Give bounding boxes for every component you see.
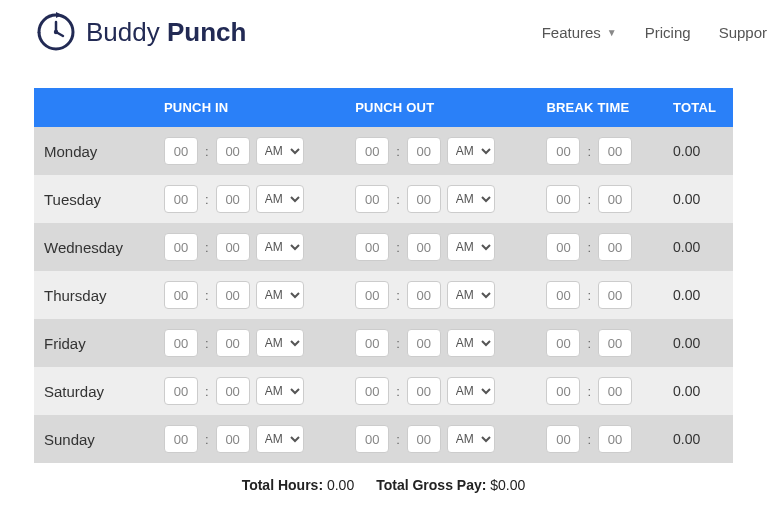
colon-icon: : (586, 432, 592, 447)
punch-in-ampm[interactable]: AM (256, 137, 304, 165)
punch-out-ampm[interactable]: AM (447, 425, 495, 453)
punch-in-minute[interactable] (216, 185, 250, 213)
punch-in-hour[interactable] (164, 329, 198, 357)
punch-in-minute[interactable] (216, 137, 250, 165)
punch-in-hour[interactable] (164, 281, 198, 309)
punch-out-ampm[interactable]: AM (447, 233, 495, 261)
timecard-table: PUNCH IN PUNCH OUT BREAK TIME TOTAL Mond… (34, 88, 733, 463)
colon-icon: : (395, 240, 401, 255)
colon-icon: : (204, 192, 210, 207)
punch-out-minute[interactable] (407, 281, 441, 309)
colon-icon: : (586, 336, 592, 351)
nav-pricing-label: Pricing (645, 24, 691, 41)
colon-icon: : (204, 288, 210, 303)
punch-out-ampm[interactable]: AM (447, 281, 495, 309)
punch-out-minute[interactable] (407, 377, 441, 405)
punch-in-hour[interactable] (164, 137, 198, 165)
colon-icon: : (395, 432, 401, 447)
punch-out-minute[interactable] (407, 137, 441, 165)
row-total: 0.00 (663, 415, 733, 463)
colon-icon: : (586, 384, 592, 399)
day-label: Tuesday (34, 175, 154, 223)
break-minute[interactable] (598, 377, 632, 405)
clock-icon (34, 10, 78, 54)
punch-in-hour[interactable] (164, 233, 198, 261)
nav-pricing[interactable]: Pricing (645, 24, 691, 41)
nav-support[interactable]: Suppor (719, 24, 767, 41)
col-day (34, 88, 154, 127)
colon-icon: : (586, 192, 592, 207)
col-punch-in: PUNCH IN (154, 88, 345, 127)
colon-icon: : (395, 336, 401, 351)
colon-icon: : (204, 144, 210, 159)
nav-features-label: Features (542, 24, 601, 41)
table-row: Friday : AM : AM : 0.00 (34, 319, 733, 367)
break-hour[interactable] (546, 329, 580, 357)
row-total: 0.00 (663, 223, 733, 271)
punch-in-ampm[interactable]: AM (256, 425, 304, 453)
punch-out-minute[interactable] (407, 185, 441, 213)
colon-icon: : (586, 240, 592, 255)
day-label: Friday (34, 319, 154, 367)
punch-in-hour[interactable] (164, 425, 198, 453)
punch-in-minute[interactable] (216, 329, 250, 357)
punch-out-ampm[interactable]: AM (447, 137, 495, 165)
punch-in-minute[interactable] (216, 425, 250, 453)
break-hour[interactable] (546, 185, 580, 213)
punch-in-hour[interactable] (164, 185, 198, 213)
break-hour[interactable] (546, 137, 580, 165)
punch-out-hour[interactable] (355, 185, 389, 213)
punch-out-hour[interactable] (355, 377, 389, 405)
col-punch-out: PUNCH OUT (345, 88, 536, 127)
colon-icon: : (395, 384, 401, 399)
punch-out-hour[interactable] (355, 281, 389, 309)
chevron-down-icon: ▼ (607, 27, 617, 38)
break-hour[interactable] (546, 377, 580, 405)
punch-in-minute[interactable] (216, 281, 250, 309)
punch-in-ampm[interactable]: AM (256, 233, 304, 261)
punch-out-hour[interactable] (355, 425, 389, 453)
table-row: Wednesday : AM : AM : 0.00 (34, 223, 733, 271)
break-minute[interactable] (598, 281, 632, 309)
row-total: 0.00 (663, 271, 733, 319)
colon-icon: : (395, 192, 401, 207)
punch-out-minute[interactable] (407, 329, 441, 357)
break-minute[interactable] (598, 329, 632, 357)
break-minute[interactable] (598, 425, 632, 453)
brand-name: Buddy Punch (86, 17, 246, 48)
punch-in-ampm[interactable]: AM (256, 329, 304, 357)
punch-out-ampm[interactable]: AM (447, 377, 495, 405)
punch-out-ampm[interactable]: AM (447, 185, 495, 213)
punch-out-hour[interactable] (355, 137, 389, 165)
row-total: 0.00 (663, 367, 733, 415)
break-minute[interactable] (598, 185, 632, 213)
punch-in-ampm[interactable]: AM (256, 377, 304, 405)
punch-out-minute[interactable] (407, 233, 441, 261)
punch-out-minute[interactable] (407, 425, 441, 453)
nav-features[interactable]: Features ▼ (542, 24, 617, 41)
punch-in-ampm[interactable]: AM (256, 185, 304, 213)
punch-out-hour[interactable] (355, 329, 389, 357)
colon-icon: : (586, 144, 592, 159)
colon-icon: : (586, 288, 592, 303)
break-hour[interactable] (546, 233, 580, 261)
punch-out-ampm[interactable]: AM (447, 329, 495, 357)
punch-in-hour[interactable] (164, 377, 198, 405)
break-minute[interactable] (598, 233, 632, 261)
totals-footer: Total Hours: 0.00 Total Gross Pay: $0.00 (34, 463, 733, 503)
row-total: 0.00 (663, 319, 733, 367)
break-minute[interactable] (598, 137, 632, 165)
punch-in-minute[interactable] (216, 233, 250, 261)
nav-support-label: Suppor (719, 24, 767, 41)
punch-in-ampm[interactable]: AM (256, 281, 304, 309)
punch-in-minute[interactable] (216, 377, 250, 405)
break-hour[interactable] (546, 425, 580, 453)
svg-point-4 (54, 30, 58, 34)
col-total: TOTAL (663, 88, 733, 127)
brand-logo[interactable]: Buddy Punch (34, 10, 246, 54)
day-label: Sunday (34, 415, 154, 463)
total-hours: Total Hours: 0.00 (242, 477, 355, 493)
break-hour[interactable] (546, 281, 580, 309)
row-total: 0.00 (663, 127, 733, 175)
punch-out-hour[interactable] (355, 233, 389, 261)
